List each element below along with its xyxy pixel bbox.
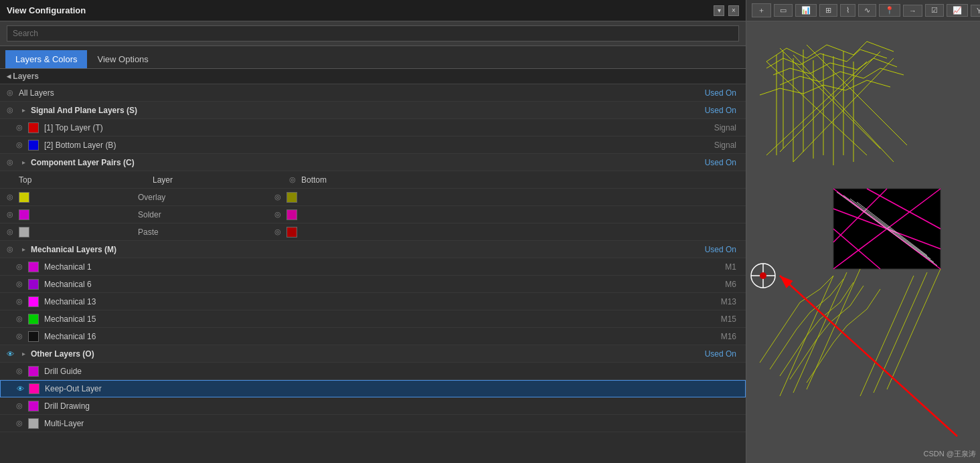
eye-icon-keep-out-layer[interactable]: 👁 [14, 383, 26, 395]
toolbar-icon-check[interactable]: ☑ [925, 4, 944, 17]
color-swatch-drill-guide[interactable] [28, 366, 39, 377]
clp-row-paste[interactable]: ◎ Paste ◎ [0, 223, 746, 241]
layer-name-all-layers: All Layers [19, 88, 705, 98]
pcb-doc-tab-1[interactable]: YAV_Car_Control_V1.0.PcbDoc [971, 5, 980, 17]
used-on-all-layers[interactable]: Used On [705, 88, 742, 98]
search-bar [0, 21, 746, 46]
color-swatch-overlay-top[interactable] [19, 192, 29, 203]
layer-row-mechanical-layers[interactable]: ◎ ▸ Mechanical Layers (M) Used On [0, 241, 746, 258]
eye-icon-mechanical-6[interactable]: ◎ [13, 278, 25, 290]
layer-row-mechanical-6[interactable]: ◎ Mechanical 6 M6 [0, 276, 746, 293]
eye-icon-drill-guide[interactable]: ◎ [13, 365, 25, 377]
toolbar-icon-chart[interactable]: 📊 [795, 4, 817, 17]
layer-row-keep-out-layer[interactable]: 👁 Keep-Out Layer [0, 380, 746, 397]
color-swatch-overlay-bottom[interactable] [287, 192, 297, 203]
eye-icon-overlay-top[interactable]: ◎ [4, 191, 16, 203]
color-swatch-bottom-layer[interactable] [28, 140, 39, 151]
expand-component-layer-pairs[interactable]: ▸ [19, 158, 28, 167]
layer-row-drill-guide[interactable]: ◎ Drill Guide [0, 363, 746, 380]
color-swatch-keep-out-layer[interactable] [29, 383, 39, 394]
toolbar-icon-graph[interactable]: 📈 [947, 4, 968, 17]
color-swatch-solder-bottom[interactable] [287, 209, 297, 220]
toolbar-icon-route[interactable]: ⌇ [840, 4, 855, 17]
eye-icon-top-layer[interactable]: ◎ [13, 122, 25, 134]
tab-view-options[interactable]: View Options [87, 50, 158, 68]
layers-content[interactable]: ◎ All Layers Used On ◎ ▸ Signal And Plan… [0, 84, 746, 463]
layer-row-signal-plane[interactable]: ◎ ▸ Signal And Plane Layers (S) Used On [0, 102, 746, 119]
minimize-button[interactable]: ▾ [714, 5, 724, 16]
clp-row-overlay[interactable]: ◎ Overlay ◎ [0, 189, 746, 206]
layer-name-signal-plane: Signal And Plane Layers (S) [31, 106, 705, 115]
eye-icon-signal-plane[interactable]: ◎ [4, 104, 16, 116]
used-on-mechanical-layers[interactable]: Used On [705, 245, 742, 254]
toolbar-icon-plus[interactable]: ＋ [752, 3, 771, 17]
eye-icon-mechanical-1[interactable]: ◎ [13, 261, 25, 273]
color-swatch-paste-bottom[interactable] [287, 227, 297, 238]
expand-mechanical-layers[interactable]: ▸ [19, 245, 28, 254]
eye-icon-mechanical-layers[interactable]: ◎ [4, 244, 16, 256]
used-on-signal-plane[interactable]: Used On [705, 106, 742, 115]
layer-name-mechanical-1: Mechanical 1 [44, 262, 725, 272]
layer-row-mechanical-15[interactable]: ◎ Mechanical 15 M15 [0, 310, 746, 328]
eye-icon-mechanical-15[interactable]: ◎ [13, 313, 25, 325]
close-button[interactable]: × [728, 5, 739, 16]
layer-type-mechanical-16: M16 [721, 332, 742, 341]
color-swatch-multi-layer[interactable] [28, 418, 39, 429]
color-swatch-mechanical-1[interactable] [28, 262, 39, 272]
eye-icon-other-layers[interactable]: 👁 [4, 348, 16, 360]
right-panel: ＋ ▭ 📊 ⊞ ⌇ ∿ 📍 → ☑ 📈 YAV_Car_Control_V1.0… [746, 0, 980, 463]
layer-row-all-layers[interactable]: ◎ All Layers Used On [0, 84, 746, 102]
layer-row-drill-drawing[interactable]: ◎ Drill Drawing [0, 397, 746, 415]
color-swatch-top-layer[interactable] [28, 122, 39, 133]
eye-icon-drill-drawing[interactable]: ◎ [13, 400, 25, 412]
layer-name-drill-drawing: Drill Drawing [44, 401, 742, 411]
layer-name-component-layer-pairs: Component Layer Pairs (C) [31, 158, 705, 167]
used-on-component-layer-pairs[interactable]: Used On [705, 158, 742, 167]
clp-header-row: Top Layer ◎ Bottom [0, 171, 746, 189]
window-title: View Configuration [7, 5, 86, 15]
toolbar-icon-arrow[interactable]: → [903, 5, 922, 17]
color-swatch-mechanical-16[interactable] [28, 331, 39, 342]
eye-icon-component-layer-pairs[interactable]: ◎ [4, 157, 16, 169]
color-swatch-mechanical-15[interactable] [28, 314, 39, 325]
eye-icon-mechanical-13[interactable]: ◎ [13, 296, 25, 308]
layer-name-mechanical-layers: Mechanical Layers (M) [31, 245, 705, 254]
eye-icon-all-layers[interactable]: ◎ [4, 87, 16, 99]
layer-row-mechanical-16[interactable]: ◎ Mechanical 16 M16 [0, 328, 746, 345]
color-swatch-drill-drawing[interactable] [28, 401, 39, 411]
layer-type-mechanical-15: M15 [721, 314, 742, 324]
layer-row-mechanical-1[interactable]: ◎ Mechanical 1 M1 [0, 258, 746, 276]
pcb-svg [746, 21, 980, 463]
eye-icon-clp-bottom-header[interactable]: ◎ [287, 174, 299, 186]
expand-other-layers[interactable]: ▸ [19, 349, 28, 359]
search-input[interactable] [7, 25, 739, 41]
tab-layers-colors[interactable]: Layers & Colors [5, 50, 87, 68]
layer-row-top-layer[interactable]: ◎ [1] Top Layer (T) Signal [0, 119, 746, 136]
color-swatch-mechanical-6[interactable] [28, 279, 39, 290]
eye-icon-multi-layer[interactable]: ◎ [13, 418, 25, 430]
used-on-other-layers[interactable]: Used On [705, 349, 742, 359]
layer-row-multi-layer[interactable]: ◎ Multi-Layer [0, 415, 746, 432]
layer-row-bottom-layer[interactable]: ◎ [2] Bottom Layer (B) Signal [0, 136, 746, 154]
toolbar-icon-wave[interactable]: ∿ [858, 4, 876, 17]
toolbar-icon-grid[interactable]: ⊞ [819, 4, 837, 17]
eye-icon-mechanical-16[interactable]: ◎ [13, 331, 25, 343]
eye-icon-solder-bottom[interactable]: ◎ [272, 209, 284, 221]
layer-row-component-layer-pairs[interactable]: ◎ ▸ Component Layer Pairs (C) Used On [0, 154, 746, 171]
expand-signal-plane[interactable]: ▸ [19, 106, 28, 115]
layer-row-mechanical-13[interactable]: ◎ Mechanical 13 M13 [0, 293, 746, 310]
eye-icon-overlay-bottom[interactable]: ◎ [272, 191, 284, 203]
layer-row-other-layers[interactable]: 👁 ▸ Other Layers (O) Used On [0, 345, 746, 363]
eye-icon-bottom-layer[interactable]: ◎ [13, 139, 25, 151]
eye-icon-solder-top[interactable]: ◎ [4, 209, 16, 221]
color-swatch-mechanical-13[interactable] [28, 296, 39, 307]
top-bar: ＋ ▭ 📊 ⊞ ⌇ ∿ 📍 → ☑ 📈 YAV_Car_Control_V1.0… [746, 0, 980, 21]
eye-icon-paste-bottom[interactable]: ◎ [272, 226, 284, 238]
layer-name-mechanical-13: Mechanical 13 [44, 297, 721, 306]
eye-icon-paste-top[interactable]: ◎ [4, 226, 16, 238]
toolbar-icon-pin[interactable]: 📍 [879, 4, 900, 17]
color-swatch-solder-top[interactable] [19, 209, 29, 220]
toolbar-icon-rect[interactable]: ▭ [774, 4, 793, 17]
color-swatch-paste-top[interactable] [19, 227, 29, 238]
clp-row-solder[interactable]: ◎ Solder ◎ [0, 206, 746, 223]
